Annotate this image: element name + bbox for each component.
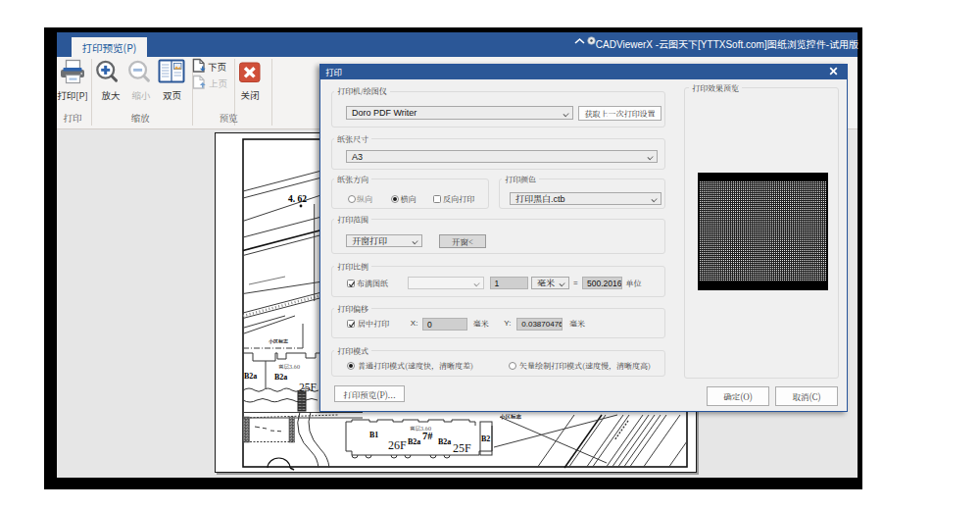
svg-text:B1: B1 [369,431,378,439]
svg-text:4. 62: 4. 62 [288,194,307,204]
svg-text:小区标志: 小区标志 [500,413,522,421]
svg-text:25F: 25F [453,441,471,455]
svg-text:B2a: B2a [438,437,451,446]
svg-text:小区标志: 小区标志 [269,337,288,344]
svg-text:B2a: B2a [274,373,287,382]
svg-text:翼层3.60: 翼层3.60 [278,363,300,371]
svg-text:7#: 7# [422,431,433,441]
svg-text:26F: 26F [388,438,407,452]
svg-text:B2: B2 [481,434,490,443]
svg-text:B2a: B2a [244,372,257,381]
svg-text:B2a: B2a [408,437,420,446]
